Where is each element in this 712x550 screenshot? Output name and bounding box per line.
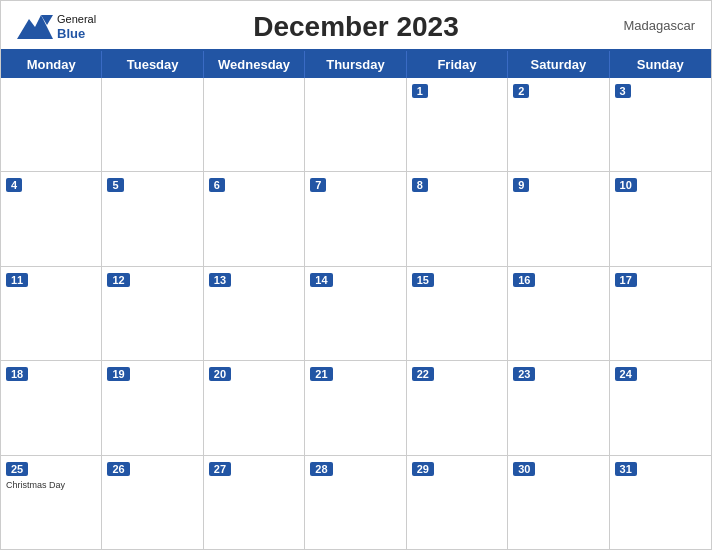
logo-area: General Blue [17,9,96,45]
day-number: 30 [513,462,535,476]
day-number: 22 [412,367,434,381]
day-cell-10: 10 [610,172,711,265]
day-number: 17 [615,273,637,287]
day-cell-27: 27 [204,456,305,549]
logo-icon [17,9,53,45]
day-number: 29 [412,462,434,476]
day-number: 20 [209,367,231,381]
day-cell-20: 20 [204,361,305,454]
country-label: Madagascar [623,18,695,33]
calendar-container: General Blue December 2023 Madagascar Mo… [0,0,712,550]
day-number: 1 [412,84,428,98]
day-number: 12 [107,273,129,287]
day-cell-26: 26 [102,456,203,549]
calendar-header: General Blue December 2023 Madagascar [1,1,711,49]
day-cell-8: 8 [407,172,508,265]
day-cell-28: 28 [305,456,406,549]
day-number: 13 [209,273,231,287]
day-cell-empty [204,78,305,171]
day-cell-empty [102,78,203,171]
day-number: 8 [412,178,428,192]
day-number: 27 [209,462,231,476]
day-number: 16 [513,273,535,287]
day-number: 7 [310,178,326,192]
day-cell-4: 4 [1,172,102,265]
week-row-4: 18 19 20 21 22 23 24 [1,361,711,455]
day-cell-31: 31 [610,456,711,549]
header-thursday: Thursday [305,51,406,78]
weeks-container: 1 2 3 4 5 6 [1,78,711,549]
header-friday: Friday [407,51,508,78]
day-number: 25 [6,462,28,476]
day-number: 2 [513,84,529,98]
day-cell-13: 13 [204,267,305,360]
day-cell-21: 21 [305,361,406,454]
day-number: 31 [615,462,637,476]
day-cell-1: 1 [407,78,508,171]
header-tuesday: Tuesday [102,51,203,78]
day-cell-16: 16 [508,267,609,360]
calendar-grid: Monday Tuesday Wednesday Thursday Friday… [1,49,711,549]
day-number: 23 [513,367,535,381]
day-number: 14 [310,273,332,287]
day-cell-23: 23 [508,361,609,454]
day-number: 10 [615,178,637,192]
header-saturday: Saturday [508,51,609,78]
day-number: 3 [615,84,631,98]
christmas-day-event: Christmas Day [6,480,96,490]
week-row-3: 11 12 13 14 15 16 17 [1,267,711,361]
logo-general-text: General [57,13,96,26]
header-wednesday: Wednesday [204,51,305,78]
header-sunday: Sunday [610,51,711,78]
day-cell-3: 3 [610,78,711,171]
day-cell-9: 9 [508,172,609,265]
day-number: 4 [6,178,22,192]
day-cell-5: 5 [102,172,203,265]
day-number: 24 [615,367,637,381]
day-cell-15: 15 [407,267,508,360]
day-number: 11 [6,273,28,287]
day-cell-24: 24 [610,361,711,454]
logo-text-area: General Blue [57,13,96,42]
logo-blue-text: Blue [57,26,96,42]
day-number: 26 [107,462,129,476]
day-cell-30: 30 [508,456,609,549]
day-number: 28 [310,462,332,476]
day-cell-25: 25 Christmas Day [1,456,102,549]
day-cell-17: 17 [610,267,711,360]
day-number: 21 [310,367,332,381]
day-number: 6 [209,178,225,192]
day-cell-6: 6 [204,172,305,265]
day-cell-18: 18 [1,361,102,454]
day-number: 5 [107,178,123,192]
day-number: 19 [107,367,129,381]
day-cell-14: 14 [305,267,406,360]
day-cell-11: 11 [1,267,102,360]
week-row-2: 4 5 6 7 8 9 10 [1,172,711,266]
day-cell-12: 12 [102,267,203,360]
day-cell-empty [305,78,406,171]
week-row-1: 1 2 3 [1,78,711,172]
header-monday: Monday [1,51,102,78]
week-row-5: 25 Christmas Day 26 27 28 29 30 [1,456,711,549]
day-cell-19: 19 [102,361,203,454]
day-cell-empty [1,78,102,171]
day-cell-22: 22 [407,361,508,454]
day-cell-7: 7 [305,172,406,265]
day-number: 15 [412,273,434,287]
month-year-title: December 2023 [253,11,458,43]
day-headers-row: Monday Tuesday Wednesday Thursday Friday… [1,51,711,78]
day-cell-29: 29 [407,456,508,549]
day-number: 18 [6,367,28,381]
day-number: 9 [513,178,529,192]
day-cell-2: 2 [508,78,609,171]
